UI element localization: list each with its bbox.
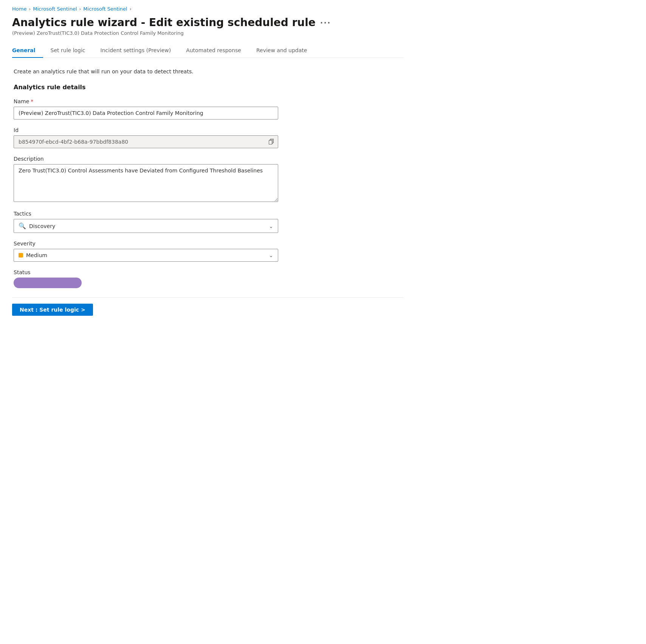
severity-select[interactable]: Medium ⌄: [14, 249, 278, 262]
name-field-group: Name *: [14, 98, 402, 119]
id-field-wrapper: 🗍: [14, 135, 278, 148]
description-input[interactable]: [14, 164, 278, 202]
tactics-chevron-icon: ⌄: [269, 223, 273, 229]
description-field-group: Description: [14, 156, 402, 203]
tab-general[interactable]: General: [12, 43, 43, 58]
tactics-label: Tactics: [14, 211, 402, 217]
severity-chevron-icon: ⌄: [269, 252, 273, 258]
tactics-select[interactable]: 🔍 Discovery ⌄: [14, 219, 278, 233]
bottom-bar: Next : Set rule logic >: [12, 297, 404, 316]
breadcrumb-sep2: ›: [79, 6, 81, 12]
content-area: Create an analytics rule that will run o…: [12, 68, 404, 288]
section-title: Analytics rule details: [14, 84, 402, 91]
tab-set-rule-logic[interactable]: Set rule logic: [43, 43, 93, 58]
severity-label: Severity: [14, 241, 402, 247]
breadcrumb-sep3: ›: [130, 6, 132, 12]
tab-incident-settings[interactable]: Incident settings (Preview): [93, 43, 179, 58]
next-button[interactable]: Next : Set rule logic >: [12, 304, 93, 316]
copy-icon[interactable]: 🗍: [268, 138, 274, 146]
breadcrumb-sep1: ›: [29, 6, 31, 12]
id-field-group: Id 🗍: [14, 127, 402, 148]
tab-automated-response[interactable]: Automated response: [178, 43, 249, 58]
tactics-select-wrapper: 🔍 Discovery ⌄: [14, 219, 278, 233]
status-label: Status: [14, 269, 402, 275]
status-field-group: Status: [14, 269, 402, 288]
breadcrumb-sentinel2[interactable]: Microsoft Sentinel: [83, 6, 127, 12]
tabs-nav: General Set rule logic Incident settings…: [12, 43, 404, 58]
description-label: Description: [14, 156, 402, 162]
breadcrumb-sentinel1[interactable]: Microsoft Sentinel: [33, 6, 77, 12]
tactics-value: Discovery: [29, 223, 55, 229]
severity-value: Medium: [26, 252, 47, 258]
name-label: Name *: [14, 98, 402, 104]
tactics-icon: 🔍: [19, 222, 26, 230]
page-title-text: Analytics rule wizard - Edit existing sc…: [12, 16, 316, 29]
more-options-button[interactable]: ···: [320, 18, 331, 27]
severity-select-wrapper: Medium ⌄: [14, 249, 278, 262]
id-label: Id: [14, 127, 402, 133]
tactics-field-group: Tactics 🔍 Discovery ⌄: [14, 211, 402, 233]
breadcrumb: Home › Microsoft Sentinel › Microsoft Se…: [12, 6, 404, 12]
severity-field-group: Severity Medium ⌄: [14, 241, 402, 262]
page-subtitle: (Preview) ZeroTrust(TIC3.0) Data Protect…: [12, 30, 404, 36]
tab-review-and-update[interactable]: Review and update: [249, 43, 315, 58]
intro-text: Create an analytics rule that will run o…: [14, 68, 402, 74]
status-toggle[interactable]: [14, 278, 82, 288]
breadcrumb-home[interactable]: Home: [12, 6, 26, 12]
name-input[interactable]: [14, 107, 278, 119]
id-input: [14, 135, 278, 148]
required-star: *: [31, 98, 33, 104]
page-title: Analytics rule wizard - Edit existing sc…: [12, 16, 404, 29]
severity-badge: [19, 253, 23, 258]
